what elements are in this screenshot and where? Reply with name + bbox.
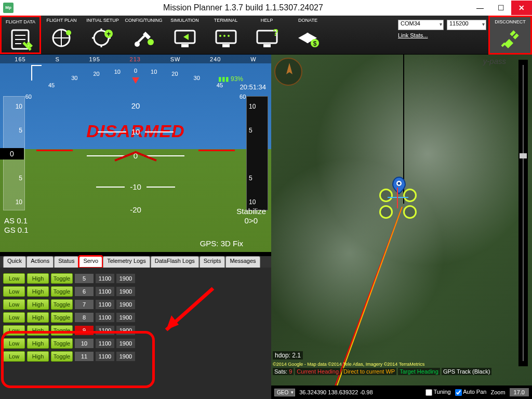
- svg-text:$: $: [313, 40, 316, 47]
- map-status-bar: GEO 36.324390 138.639322 -0.98 Tuning Au…: [271, 385, 532, 399]
- map-compass-rose: [274, 58, 302, 86]
- servo-high-button[interactable]: High: [27, 273, 49, 284]
- flight-plan-icon: [50, 26, 74, 50]
- autopan-checkbox[interactable]: Auto Pan: [455, 389, 487, 396]
- toolbar-help[interactable]: HELP ?: [246, 16, 287, 54]
- svg-rect-16: [263, 44, 271, 47]
- svg-rect-10: [216, 31, 236, 43]
- data-tabs: Quick Actions Status Servo Telemetry Log…: [0, 256, 271, 268]
- toolbar-simulation[interactable]: SIMULATION: [164, 16, 205, 54]
- servo-low-button[interactable]: Low: [3, 312, 25, 323]
- servo-low-value: 1100: [96, 326, 114, 335]
- help-icon: ?: [255, 26, 279, 50]
- svg-point-7: [148, 39, 154, 45]
- tab-telemetry-logs[interactable]: Telemetry Logs: [103, 256, 150, 268]
- servo-low-button[interactable]: Low: [3, 299, 25, 310]
- servo-channel: 6: [75, 287, 94, 296]
- toolbar-initial-setup[interactable]: INITIAL SETUP +: [82, 16, 123, 54]
- servo-toggle-button[interactable]: Toggle: [51, 338, 73, 349]
- minimize-button[interactable]: —: [470, 1, 490, 15]
- servo-channel: 9: [75, 326, 94, 335]
- flight-mode: Stabilize: [236, 207, 266, 216]
- servo-low-value: 1100: [96, 287, 114, 296]
- servo-toggle-button[interactable]: Toggle: [51, 273, 73, 284]
- servo-row: LowHighToggle1011001900: [3, 338, 268, 349]
- servo-channel: 11: [75, 352, 94, 361]
- servo-row: LowHighToggle711001900: [3, 299, 268, 310]
- tab-quick[interactable]: Quick: [3, 256, 26, 268]
- map-layer-select[interactable]: GEO: [274, 389, 295, 396]
- servo-high-button[interactable]: High: [27, 325, 49, 336]
- maximize-button[interactable]: ☐: [490, 1, 511, 15]
- simulation-icon: [173, 26, 197, 50]
- servo-high-button[interactable]: High: [27, 338, 49, 349]
- toolbar-flight-plan[interactable]: FLIGHT PLAN: [41, 16, 82, 54]
- servo-toggle-button[interactable]: Toggle: [51, 312, 73, 323]
- servo-high-button[interactable]: High: [27, 312, 49, 323]
- app-icon: Mp: [3, 3, 14, 13]
- svg-point-6: [135, 42, 140, 47]
- hdop-label: hdop: 2.1: [273, 351, 303, 360]
- main-toolbar: FLIGHT DATA FLIGHT PLAN INITIAL SETUP + …: [0, 16, 532, 55]
- servo-high-button[interactable]: High: [27, 286, 49, 297]
- hud-corner-ul: [31, 65, 42, 81]
- tab-servo[interactable]: Servo: [79, 256, 102, 268]
- servo-high-value: 1900: [116, 352, 135, 361]
- map-view[interactable]: y-pass hdop: 2.1: [271, 55, 532, 385]
- servo-panel: LowHighToggle511001900LowHighToggle61100…: [0, 268, 271, 399]
- tab-dataflash-logs[interactable]: DataFlash Logs: [151, 256, 199, 268]
- servo-low-value: 1100: [96, 339, 114, 348]
- tuning-checkbox[interactable]: Tuning: [425, 389, 451, 396]
- servo-high-button[interactable]: High: [27, 299, 49, 310]
- servo-low-button[interactable]: Low: [3, 351, 25, 362]
- tab-actions[interactable]: Actions: [26, 256, 54, 268]
- servo-low-button[interactable]: Low: [3, 286, 25, 297]
- servo-toggle-button[interactable]: Toggle: [51, 299, 73, 310]
- svg-point-23: [397, 182, 400, 184]
- svg-point-12: [219, 35, 221, 37]
- terminal-icon: [214, 26, 238, 50]
- tab-messages[interactable]: Messages: [225, 256, 260, 268]
- servo-row: LowHighToggle511001900: [3, 273, 268, 284]
- servo-low-button[interactable]: Low: [3, 273, 25, 284]
- svg-text:?: ?: [273, 28, 278, 38]
- toolbar-terminal[interactable]: TERMINAL: [205, 16, 246, 54]
- toolbar-donate[interactable]: DONATE $: [287, 16, 328, 54]
- tab-status[interactable]: Status: [54, 256, 78, 268]
- servo-high-value: 1900: [116, 300, 135, 309]
- config-tuning-icon: [132, 26, 156, 50]
- initial-setup-icon: +: [91, 26, 115, 50]
- coords-readout: 36.324390 138.639322 -0.98: [299, 389, 373, 395]
- servo-toggle-button[interactable]: Toggle: [51, 325, 73, 336]
- servo-low-value: 1100: [96, 274, 114, 283]
- servo-low-button[interactable]: Low: [3, 338, 25, 349]
- map-legend: Sats: 9 Current Heading Direct to curren…: [273, 368, 491, 375]
- link-stats-link[interactable]: Link Stats...: [398, 32, 486, 38]
- com-port-select[interactable]: COM34: [398, 20, 444, 30]
- close-button[interactable]: ✕: [511, 1, 532, 15]
- hud-clock: 20:51:34: [240, 83, 266, 91]
- servo-channel: 5: [75, 274, 94, 283]
- servo-high-button[interactable]: High: [27, 351, 49, 362]
- servo-high-value: 1900: [116, 339, 135, 348]
- servo-toggle-button[interactable]: Toggle: [51, 351, 73, 362]
- servo-channel: 8: [75, 313, 94, 322]
- zoom-label: Zoom: [490, 389, 505, 395]
- plug-icon: [499, 26, 522, 49]
- disconnect-button[interactable]: DISCONNECT: [488, 16, 532, 55]
- groundspeed-label: GS 0.1: [4, 225, 29, 234]
- svg-point-2: [66, 30, 71, 35]
- toolbar-config-tuning[interactable]: CONFIG/TUNING: [123, 16, 164, 54]
- tab-scripts[interactable]: Scripts: [200, 256, 225, 268]
- zoom-slider[interactable]: [518, 60, 528, 366]
- servo-row: LowHighToggle911001900: [3, 325, 268, 336]
- toolbar-flight-data[interactable]: FLIGHT DATA: [0, 16, 41, 54]
- servo-row: LowHighToggle811001900: [3, 312, 268, 323]
- servo-low-value: 1100: [96, 313, 114, 322]
- servo-toggle-button[interactable]: Toggle: [51, 286, 73, 297]
- servo-channel: 10: [75, 339, 94, 348]
- servo-low-button[interactable]: Low: [3, 325, 25, 336]
- baud-rate-select[interactable]: 115200: [447, 20, 486, 30]
- svg-rect-11: [222, 44, 230, 47]
- servo-row: LowHighToggle611001900: [3, 286, 268, 297]
